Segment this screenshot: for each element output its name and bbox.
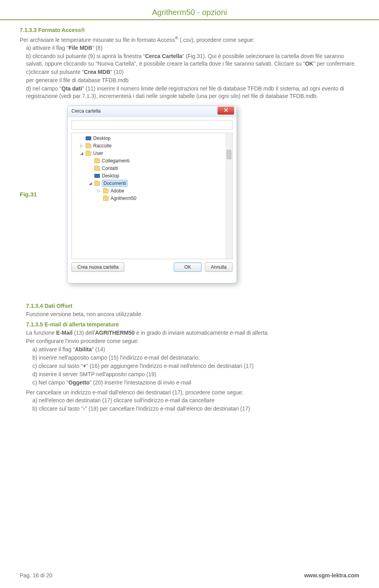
- step-a: a) attivare il flag "File MDB" (8): [20, 44, 359, 52]
- text: c)cliccare sul pulsante ": [26, 69, 84, 75]
- dialog-button-row: Crea nuova cartella OK Annulla: [71, 262, 233, 272]
- monitor-icon: [94, 173, 100, 179]
- section-7134-body: Funzione versione beta, non ancora utili…: [26, 311, 359, 318]
- footer-url: www.sgm-lektra.com: [304, 572, 359, 579]
- dialog-body: Desktop▷Raccolte◢UserCollegamentiContatt…: [68, 117, 236, 276]
- tree-item-label: Documenti: [102, 180, 128, 187]
- text: " (10): [111, 69, 124, 75]
- step-c-line1: c)cliccare sul pulsante "Crea MDB" (10): [20, 68, 359, 76]
- text: a) attivare il flag ": [26, 45, 69, 51]
- term-cerca-cartella: Cerca Cartella: [145, 53, 182, 59]
- tree-item-label: Adobe: [111, 188, 124, 194]
- folder-icon: [94, 166, 100, 171]
- figure-31-label: Fig.31: [20, 190, 51, 198]
- section-7133-heading: 7.1.3.3 Formato Access®: [20, 26, 359, 34]
- text: " (18) per cancellare l'indirizzo e-mail…: [85, 405, 250, 412]
- term-oggetto: Oggetto: [68, 379, 90, 386]
- folder-icon: [85, 143, 92, 149]
- text: " (16) per aggiungere l'indirizzo e-mail…: [86, 363, 253, 369]
- folder-icon: [94, 181, 100, 186]
- new-folder-button[interactable]: Crea nuova cartella: [71, 262, 124, 272]
- scrollbar-thumb[interactable]: [227, 150, 231, 159]
- section-7135-cancel-intro: Per cancellare un indirizzo e-mail dall'…: [26, 389, 359, 396]
- term-abilita: Abilita: [75, 346, 92, 352]
- tree-item-label: Collegamenti: [102, 158, 129, 164]
- step-b2: b) inserire nell'apposito campo (15) l'i…: [26, 354, 359, 362]
- text: " (14): [92, 346, 105, 352]
- text: d) nel campo ": [26, 85, 62, 92]
- folder-icon: [85, 151, 92, 156]
- tree-item[interactable]: Collegamenti: [73, 157, 231, 165]
- term-crea-mdb: Crea MDB: [84, 69, 111, 75]
- cancel-step-b: b) cliccare sul tasto "-" (18) per cance…: [26, 405, 359, 413]
- term-qta-dati: Qta dati: [62, 85, 82, 92]
- cancel-button[interactable]: Annulla: [205, 262, 233, 272]
- text: è in grado di inviare automaticamente e-…: [135, 330, 269, 336]
- text: b) cliccare sul tasto ": [32, 405, 83, 412]
- folder-icon: [94, 158, 100, 164]
- browse-folder-dialog: Cerca cartella Desktop▷Raccolte◢UserColl…: [67, 106, 237, 283]
- text: Per archiviare le temperature misurate s…: [20, 37, 175, 43]
- scrollbar[interactable]: [226, 133, 232, 259]
- folder-path-input[interactable]: [71, 120, 233, 130]
- step-c-line2: per generare il file di database TFDB.md…: [20, 77, 359, 84]
- cancel-step-a: a) nell'elenco dei destinatari (17) clic…: [26, 397, 359, 404]
- expand-arrow-icon: ▷: [97, 188, 101, 194]
- monitor-icon: [85, 136, 92, 141]
- tree-item[interactable]: ▷Adobe: [73, 187, 231, 195]
- text: " per confermare.: [313, 60, 356, 67]
- tree-item-label: Desktop: [102, 173, 119, 179]
- text: c) cliccare sul tasto ": [32, 363, 83, 369]
- tree-item[interactable]: Contatti: [73, 165, 231, 172]
- close-button[interactable]: [218, 107, 234, 115]
- term-file-mdb: File MDB: [69, 45, 92, 51]
- text: La funzione: [26, 330, 56, 336]
- step-c2: c) cliccare sul tasto "+" (16) per aggiu…: [26, 362, 359, 370]
- figure-31-row: Fig.31 Cerca cartella Desktop▷Raccolte◢U…: [20, 106, 359, 283]
- term-email: E-Mail: [56, 330, 72, 336]
- text: " (8): [92, 45, 103, 51]
- step-b: b) cliccando sul pulsante (9) si aprirà …: [20, 53, 359, 68]
- figure-31-image: Cerca cartella Desktop▷Raccolte◢UserColl…: [67, 106, 237, 283]
- term-ok: OK: [305, 60, 313, 67]
- tree-item-label: Raccolte: [93, 143, 112, 149]
- tree-item[interactable]: ▷Raccolte: [73, 142, 231, 150]
- section-7135-intro: La funzione E-Mail (13) dell'AGRITHERM50…: [26, 329, 359, 337]
- tree-item-label: User: [93, 150, 103, 156]
- tree-item[interactable]: ◢User: [73, 150, 231, 157]
- text: (13) dell': [73, 330, 95, 336]
- text: b) cliccando sul pulsante (9) si aprirà …: [26, 53, 145, 59]
- term-plus: +: [83, 363, 86, 369]
- tree-item[interactable]: Desktop: [73, 172, 231, 180]
- close-icon: [224, 107, 228, 114]
- dialog-title: Cerca cartella: [71, 108, 101, 114]
- expand-arrow-icon: ◢: [80, 151, 84, 156]
- folder-icon: [103, 196, 109, 201]
- step-a2: a) attivare il flag "Abilita" (14): [26, 346, 359, 353]
- footer-page: Pag. 16 di 20: [20, 572, 53, 579]
- folder-tree[interactable]: Desktop▷Raccolte◢UserCollegamentiContatt…: [71, 133, 233, 259]
- section-7133-intro: Per archiviare le temperature misurate s…: [20, 35, 359, 44]
- folder-icon: [103, 188, 109, 194]
- page-footer: Pag. 16 di 20 www.sgm-lektra.com: [20, 572, 359, 579]
- tree-item[interactable]: Agritherm50: [73, 195, 231, 202]
- tree-item-label: Contatti: [102, 165, 118, 172]
- header-rule: [0, 19, 379, 20]
- ok-button[interactable]: OK: [174, 262, 202, 272]
- step-d: d) nel campo "Qta dati" (11) inserire il…: [20, 85, 359, 100]
- expand-arrow-icon: ▷: [80, 143, 84, 149]
- text: a) attivare il flag ": [32, 346, 75, 352]
- section-7135-heading: 7.1.3.5 E-mail di allerta temperature: [26, 321, 359, 328]
- expand-arrow-icon: ◢: [88, 181, 92, 186]
- term-agritherm50: AGRITHERM50: [95, 330, 135, 336]
- section-7135-conf: Per configurare l'invio procedere come s…: [26, 337, 359, 345]
- registered-mark: ®: [175, 35, 178, 40]
- step-e2: c) Nel campo "Oggetto" (20) inserire l'i…: [26, 379, 359, 386]
- tree-item[interactable]: ◢Documenti: [73, 180, 231, 187]
- text: " (20) inserire l'intestazione di invio …: [90, 379, 191, 386]
- dialog-titlebar: Cerca cartella: [68, 106, 236, 117]
- section-7134-heading: 7.1.3.4 Dati Offset: [26, 302, 359, 310]
- text: (.csv), procedere come segue:: [178, 37, 255, 43]
- tree-item[interactable]: Desktop: [73, 135, 231, 142]
- text: c) Nel campo ": [32, 379, 68, 386]
